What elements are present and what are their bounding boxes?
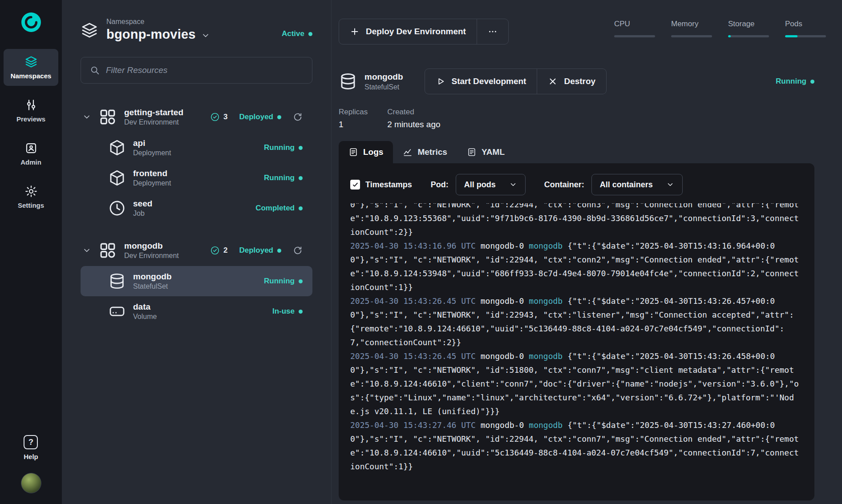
pod-label: Pod: [431,180,449,190]
main-content: Deploy Dev Environment CPU Memory Storag… [332,0,842,504]
tab-label: Logs [363,147,383,157]
sidebar-item-admin[interactable]: Admin [4,135,58,172]
start-development-label: Start Development [452,77,526,86]
tab-label: YAML [482,147,505,157]
deploy-dev-environment-button[interactable]: Deploy Dev Environment [339,19,477,44]
resource-name: api [133,138,171,148]
resource-count-badge: 3 [210,112,227,122]
log-output[interactable]: 0"},"s":"I", "c":"NETWORK", "id":22944, … [350,203,803,489]
resource-kind: Job [133,210,152,218]
container-select[interactable]: All containers [591,174,683,195]
status-badge: In-use [272,307,303,316]
resource-kind: Volume [133,313,157,321]
redeploy-icon[interactable] [293,246,303,255]
check-circle-icon [210,246,220,255]
tab-yaml[interactable]: YAML [457,141,514,163]
redeploy-icon[interactable] [293,112,303,122]
meta-label: Created [387,108,440,117]
sidebar-item-label: Previews [16,115,45,123]
group-row-getting-started[interactable]: getting-started Dev Environment 3 Deploy… [81,101,312,133]
user-avatar[interactable] [21,473,41,493]
metric-bar [785,35,826,37]
sidebar-nav: Namespaces Previews Admin Settings [4,49,58,215]
sliders-icon [24,98,38,112]
deployment-cube-icon [108,139,126,157]
topbar: Deploy Dev Environment CPU Memory Storag… [339,19,814,44]
log-entry: 2025-04-30 15:43:26.45 UTCmongodb-0mongo… [350,294,803,349]
resource-tree: getting-started Dev Environment 3 Deploy… [81,101,312,327]
meta-replicas: Replicas 1 [339,108,368,129]
statefulset-database-icon [108,272,126,290]
filter-resources-input[interactable] [106,65,303,75]
resource-name: frontend [133,169,171,178]
namespace-header: Namespace bgonp-movies Active [81,18,312,42]
resource-kind: StatefulSet [133,282,172,290]
metric-memory: Memory [671,20,712,37]
check-circle-icon [210,112,220,122]
group-row-mongodb[interactable]: mongodb Dev Environment 2 Deployed [81,235,312,266]
status-badge: Deployed [239,113,281,121]
status-badge: Running [264,143,303,152]
sidebar-item-previews[interactable]: Previews [4,92,58,129]
sidebar-item-namespaces[interactable]: Namespaces [4,49,58,86]
metric-bar [671,35,712,37]
deploy-button-label: Deploy Dev Environment [366,27,466,36]
sidebar-item-settings[interactable]: Settings [4,178,58,215]
more-options-button[interactable] [477,19,508,44]
pod-select[interactable]: All pods [456,174,526,195]
status-dot [299,279,303,283]
resource-count: 2 [223,246,227,255]
log-pod: mongodb-0 [481,351,524,361]
status-label: Completed [255,204,295,213]
resource-row-data-volume[interactable]: data Volume In-use [81,296,312,327]
sidebar-item-label: Namespaces [11,72,52,80]
resource-row-seed[interactable]: seed Job Completed [81,193,312,223]
dev-environment-icon [98,108,117,126]
status-badge: Completed [255,204,303,213]
help-label: Help [24,453,38,460]
timestamps-checkbox[interactable] [350,180,360,190]
destroy-button[interactable]: Destroy [537,69,606,94]
status-dot [299,176,303,180]
meta-created: Created 2 minutes ago [387,108,440,129]
detail-header: mongodb StatefulSet Start Development De… [339,69,814,94]
namespace-status-label: Active [282,29,304,38]
okteto-logo[interactable] [20,12,42,33]
start-development-button[interactable]: Start Development [425,69,537,94]
log-message: 0"},"s":"I", "c":"NETWORK", "id":22944, … [350,203,799,237]
resource-row-mongodb-statefulset[interactable]: mongodb StatefulSet Running [81,266,312,296]
resource-count: 3 [223,113,227,121]
status-label: Deployed [239,246,273,255]
resource-row-frontend[interactable]: frontend Deployment Running [81,163,312,193]
okteto-logo-icon [20,12,42,33]
play-icon [436,77,445,86]
namespace-kicker: Namespace [106,18,210,26]
resource-name: getting-started [124,108,183,117]
resource-name: seed [133,199,152,209]
metric-cpu: CPU [614,20,655,37]
tab-metrics[interactable]: Metrics [393,141,457,163]
chevron-down-icon[interactable] [82,246,91,255]
question-mark-icon: ? [24,435,38,449]
sidebar: Namespaces Previews Admin Settings ? Hel… [0,0,62,504]
deploy-button-group: Deploy Dev Environment [339,19,509,44]
metric-label: Storage [728,20,769,28]
log-panel: Timestamps Pod: All pods Container: All … [339,163,814,500]
sidebar-item-help[interactable]: ? Help [24,435,38,460]
status-dot [299,146,303,150]
chevron-down-icon [666,181,674,189]
filter-resources-box [81,57,312,84]
tab-logs[interactable]: Logs [339,141,393,163]
status-dot [299,206,303,210]
log-entry: 0"},"s":"I", "c":"NETWORK", "id":22944, … [350,203,803,239]
resource-row-api[interactable]: api Deployment Running [81,133,312,163]
logs-document-icon [348,147,358,157]
ellipsis-icon [488,27,498,36]
log-controls: Timestamps Pod: All pods Container: All … [350,174,803,195]
chevron-down-icon[interactable] [82,113,91,121]
resource-name: data [133,302,157,312]
detail-meta: Replicas 1 Created 2 minutes ago [339,108,814,129]
resource-kind: Deployment [133,149,171,157]
resource-kind: Dev Environment [124,252,179,260]
namespace-chevron-down-icon[interactable] [201,31,210,40]
